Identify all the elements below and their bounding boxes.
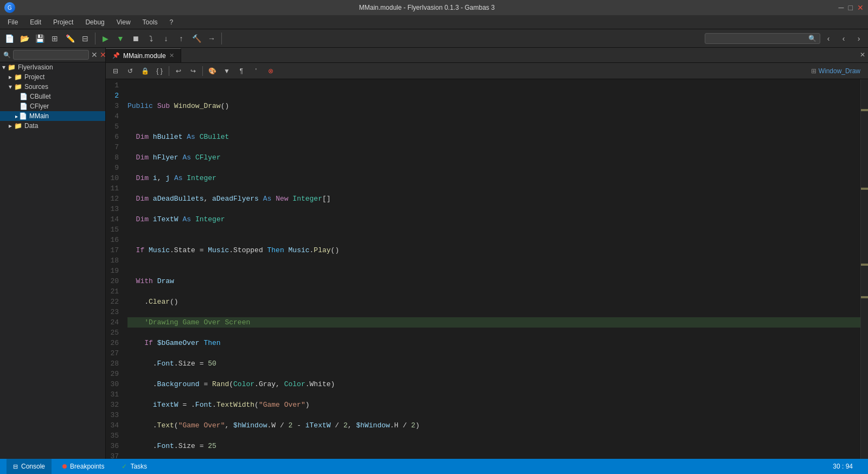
titlebar: G MMain.module - FlyerIvasion 0.1.3 - Ga… bbox=[0, 0, 868, 15]
tree-cbullet[interactable]: 📄 CBullet bbox=[0, 92, 105, 101]
folder-icon3: 📁 bbox=[14, 83, 22, 91]
etb-redo-btn[interactable]: ↪ bbox=[187, 65, 200, 78]
step-out-btn[interactable]: ↑ bbox=[174, 31, 188, 46]
func-icon: ⊞ bbox=[811, 67, 816, 75]
sidebar-close-btn[interactable]: ✕ bbox=[100, 50, 106, 59]
code-content[interactable]: Public Sub Window_Draw() Dim hBullet As … bbox=[122, 79, 860, 459]
tab-close-right[interactable]: ✕ bbox=[857, 48, 868, 62]
tree-sources[interactable]: ▾ 📁 Sources bbox=[0, 82, 105, 92]
search-icon: 🔍 bbox=[808, 35, 816, 42]
console-label: Console bbox=[21, 463, 45, 470]
sidebar-search-input[interactable] bbox=[13, 50, 89, 60]
etb-view-btn[interactable]: ⊟ bbox=[109, 65, 122, 78]
tree-label-project: Project bbox=[24, 73, 44, 81]
etb-error-btn[interactable]: ⊗ bbox=[264, 65, 277, 78]
etb-comma-btn[interactable]: ' bbox=[250, 65, 263, 78]
menu-edit[interactable]: Edit bbox=[24, 17, 47, 27]
sidebar: 🔍 ✕ ✕ ▾ 📁 FlyerIvasion ▸ 📁 Project ▾ 📁 S… bbox=[0, 48, 106, 459]
breakpoints-tab[interactable]: Breakpoints bbox=[56, 459, 111, 474]
func-label: Window_Draw bbox=[819, 67, 860, 75]
etb-down-btn[interactable]: ▼ bbox=[220, 65, 233, 78]
tree-data[interactable]: ▸ 📁 Data bbox=[0, 121, 105, 131]
save-all-btn[interactable]: ⊞ bbox=[48, 31, 62, 46]
breakpoints-label: Breakpoints bbox=[70, 463, 104, 470]
grid-btn[interactable]: ⊟ bbox=[78, 31, 92, 46]
menu-tools[interactable]: Tools bbox=[137, 17, 163, 27]
tree-mmain[interactable]: ▸ 📄 MMain bbox=[0, 111, 105, 121]
tasks-label: Tasks bbox=[130, 463, 147, 470]
tasks-tab[interactable]: ✓ Tasks bbox=[115, 459, 154, 474]
etb-refresh-btn[interactable]: ↺ bbox=[124, 65, 137, 78]
menu-view[interactable]: View bbox=[111, 17, 136, 27]
toolbar-sep2 bbox=[221, 33, 222, 44]
stop-btn[interactable]: ⏹ bbox=[129, 31, 143, 46]
etb-undo-btn[interactable]: ↩ bbox=[172, 65, 185, 78]
expand-icon2: ▸ bbox=[9, 73, 12, 81]
file-icon-cflyer: 📄 bbox=[20, 103, 28, 110]
breakpoint-icon bbox=[62, 464, 67, 469]
arrow-icon-mmain: ▸ bbox=[15, 113, 18, 119]
deploy-btn[interactable]: → bbox=[205, 31, 219, 46]
tree-project[interactable]: ▸ 📁 Project bbox=[0, 72, 105, 82]
bottom-bar: ⊟ Console Breakpoints ✓ Tasks 30 : 94 bbox=[0, 459, 868, 474]
maximize-btn[interactable]: □ bbox=[848, 3, 853, 12]
new-file-btn[interactable]: 📄 bbox=[2, 31, 16, 46]
console-tab[interactable]: ⊟ Console bbox=[7, 459, 52, 474]
menu-help[interactable]: ? bbox=[164, 17, 179, 27]
tree-root[interactable]: ▾ 📁 FlyerIvasion bbox=[0, 62, 105, 72]
editor-area: 📌 MMain.module ✕ ✕ ⊟ ↺ 🔒 { } ↩ ↪ 🎨 ▼ ¶ '… bbox=[106, 48, 868, 459]
folder-icon2: 📁 bbox=[14, 73, 22, 81]
build-btn[interactable]: 🔨 bbox=[189, 31, 203, 46]
expand-icon3: ▾ bbox=[9, 83, 12, 91]
menu-debug[interactable]: Debug bbox=[80, 17, 110, 27]
main-layout: 🔍 ✕ ✕ ▾ 📁 FlyerIvasion ▸ 📁 Project ▾ 📁 S… bbox=[0, 48, 868, 459]
nav-prev2-btn[interactable]: ‹ bbox=[837, 31, 851, 46]
menu-file[interactable]: File bbox=[2, 17, 23, 27]
tab-label: MMain.module bbox=[123, 52, 166, 60]
app-icon: G bbox=[4, 2, 15, 13]
step-in-btn[interactable]: ↓ bbox=[159, 31, 173, 46]
step-over-btn[interactable]: ⤵ bbox=[144, 31, 158, 46]
tab-close-icon[interactable]: ✕ bbox=[169, 52, 174, 59]
tree-label-cflyer: CFlyer bbox=[30, 103, 49, 110]
nav-prev-btn[interactable]: ‹ bbox=[821, 31, 835, 46]
expand-icon: ▾ bbox=[2, 63, 5, 71]
toolbar-sep1 bbox=[95, 33, 95, 44]
run-down-btn[interactable]: ▼ bbox=[113, 31, 127, 46]
etb-mark-btn[interactable]: ¶ bbox=[235, 65, 248, 78]
pencil-btn[interactable]: ✏️ bbox=[63, 31, 77, 46]
editor-toolbar: ⊟ ↺ 🔒 { } ↩ ↪ 🎨 ▼ ¶ ' ⊗ ⊞ Window_Draw bbox=[106, 63, 868, 79]
etb-color-btn[interactable]: 🎨 bbox=[206, 65, 219, 78]
tab-bar: 📌 MMain.module ✕ ✕ bbox=[106, 48, 868, 63]
tree-label-mmain: MMain bbox=[29, 112, 49, 120]
tasks-icon: ✓ bbox=[122, 463, 127, 470]
etb-lock-btn[interactable]: 🔒 bbox=[138, 65, 151, 78]
code-editor[interactable]: 1 2 3 4 5 6 7 8 9 10 11 12 13 14 15 16 1… bbox=[106, 79, 868, 459]
sidebar-search: 🔍 ✕ ✕ bbox=[0, 48, 105, 62]
run-btn[interactable]: ▶ bbox=[98, 31, 112, 46]
save-btn[interactable]: 💾 bbox=[33, 31, 47, 46]
minimize-btn[interactable]: ─ bbox=[839, 3, 844, 12]
nav-next-btn[interactable]: › bbox=[852, 31, 866, 46]
tab-pin-icon: 📌 bbox=[112, 52, 120, 59]
expand-icon4: ▸ bbox=[9, 122, 12, 130]
file-icon-mmain: 📄 bbox=[19, 112, 27, 120]
line-numbers: 1 2 3 4 5 6 7 8 9 10 11 12 13 14 15 16 1… bbox=[106, 79, 122, 459]
close-btn[interactable]: ✕ bbox=[857, 3, 864, 12]
editor-func-name: ⊞ Window_Draw bbox=[807, 67, 865, 75]
open-btn[interactable]: 📂 bbox=[17, 31, 31, 46]
right-scrollbar[interactable] bbox=[860, 79, 868, 459]
tree-label-data: Data bbox=[24, 122, 38, 130]
tree-label-sources: Sources bbox=[24, 83, 48, 91]
menu-project[interactable]: Project bbox=[48, 17, 79, 27]
tree-cflyer[interactable]: 📄 CFlyer bbox=[0, 101, 105, 111]
sidebar-clear-btn[interactable]: ✕ bbox=[91, 50, 98, 59]
cursor-position: 30 : 94 bbox=[833, 463, 861, 470]
etb-sep2 bbox=[202, 66, 203, 76]
folder-icon: 📁 bbox=[8, 63, 16, 71]
tab-mmain[interactable]: 📌 MMain.module ✕ bbox=[106, 48, 181, 62]
search-input[interactable] bbox=[709, 35, 806, 42]
tree-label-cbullet: CBullet bbox=[30, 93, 51, 100]
search-box: 🔍 bbox=[705, 33, 820, 44]
etb-code-btn[interactable]: { } bbox=[153, 65, 166, 78]
